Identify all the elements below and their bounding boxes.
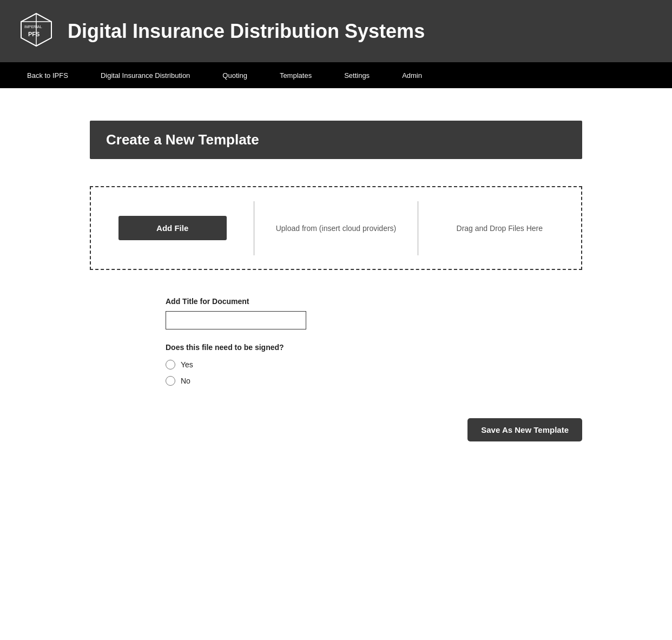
sign-yes-option[interactable]: Yes [166, 360, 582, 370]
add-file-button[interactable]: Add File [118, 216, 227, 240]
main-content: Create a New Template Add File Upload fr… [79, 88, 593, 463]
svg-text:IMPERIAL: IMPERIAL [24, 25, 42, 29]
cloud-upload-section: Upload from (insert cloud providers) [254, 208, 417, 249]
sign-label: Does this file need to be signed? [166, 343, 582, 352]
cloud-upload-label: Upload from (insert cloud providers) [276, 224, 397, 233]
sign-yes-label: Yes [181, 360, 193, 369]
nav-templates[interactable]: Templates [263, 64, 328, 87]
drag-drop-section[interactable]: Drag and Drop Files Here [418, 208, 581, 249]
upload-area: Add File Upload from (insert cloud provi… [90, 186, 582, 270]
nav-settings[interactable]: Settings [328, 64, 386, 87]
save-as-new-template-button[interactable]: Save As New Template [467, 418, 582, 441]
title-input[interactable] [166, 311, 306, 329]
app-header: PFS IMPERIAL Digital Insurance Distribut… [0, 0, 672, 62]
sign-yes-radio[interactable] [166, 360, 175, 370]
page-header: Create a New Template [90, 121, 582, 159]
sign-no-label: No [181, 377, 190, 385]
add-file-section: Add File [91, 200, 254, 256]
sign-no-radio[interactable] [166, 376, 175, 386]
nav-quoting[interactable]: Quoting [206, 64, 263, 87]
app-title: Digital Insurance Distribution Systems [68, 20, 425, 43]
svg-text:PFS: PFS [28, 31, 39, 37]
nav-digital-insurance[interactable]: Digital Insurance Distribution [84, 64, 206, 87]
nav-admin[interactable]: Admin [386, 64, 438, 87]
nav-back-to-ipfs[interactable]: Back to IPFS [11, 64, 84, 87]
sign-radio-group: Yes No [166, 360, 582, 386]
form-section: Add Title for Document Does this file ne… [90, 297, 582, 386]
title-label: Add Title for Document [166, 297, 582, 306]
logo: PFS IMPERIAL [16, 11, 57, 51]
main-nav: Back to IPFS Digital Insurance Distribut… [0, 62, 672, 88]
save-area: Save As New Template [90, 418, 582, 441]
page-title: Create a New Template [106, 131, 566, 148]
sign-no-option[interactable]: No [166, 376, 582, 386]
drag-drop-label: Drag and Drop Files Here [457, 224, 543, 233]
